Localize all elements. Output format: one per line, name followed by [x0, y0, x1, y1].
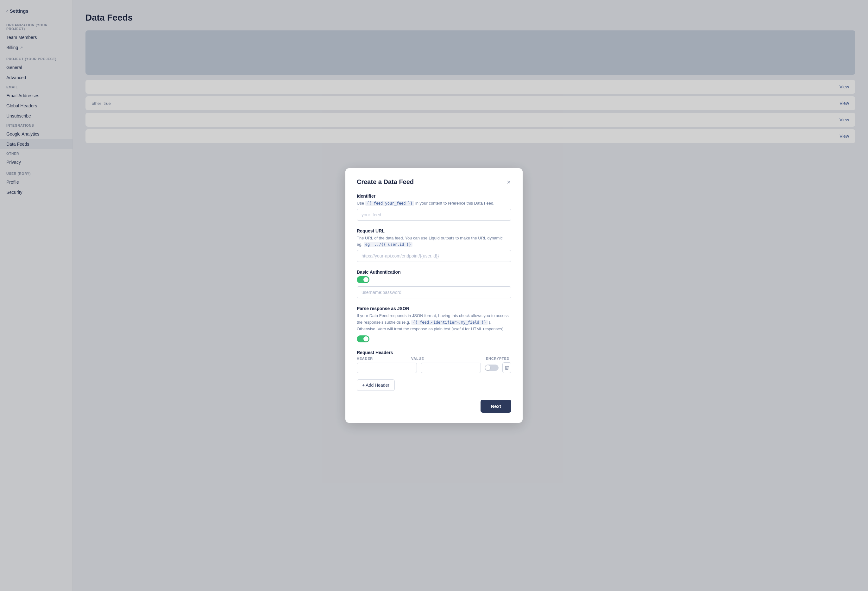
modal-title: Create a Data Feed	[357, 178, 414, 186]
request-headers-label: Request Headers	[357, 350, 511, 355]
header-col-encrypted: ENCRYPTED	[486, 357, 511, 361]
parse-json-section: Parse response as JSON If your Data Feed…	[357, 306, 511, 342]
basic-auth-toggle[interactable]	[357, 276, 369, 283]
modal-footer: Next	[357, 400, 511, 413]
parse-json-description: If your Data Feed responds in JSON forma…	[357, 313, 511, 332]
trash-icon	[504, 365, 509, 370]
modal-overlay[interactable]: Create a Data Feed × Identifier Use {{ f…	[0, 0, 868, 591]
parse-json-toggle-row	[357, 335, 511, 342]
basic-auth-input[interactable]	[357, 286, 511, 298]
identifier-input[interactable]	[357, 209, 511, 221]
headers-column-labels: HEADER VALUE ENCRYPTED	[357, 357, 511, 361]
identifier-hint-code: {{ feed.your_feed }}	[365, 201, 414, 206]
identifier-section: Identifier Use {{ feed.your_feed }} in y…	[357, 194, 511, 221]
header-row	[357, 362, 511, 373]
create-data-feed-modal: Create a Data Feed × Identifier Use {{ f…	[345, 168, 523, 423]
header-encrypted-toggle[interactable]	[485, 365, 499, 371]
request-url-label: Request URL	[357, 228, 511, 233]
modal-header: Create a Data Feed ×	[357, 178, 511, 186]
basic-auth-section: Basic Authentication	[357, 269, 511, 298]
request-url-section: Request URL The URL of the data feed. Yo…	[357, 228, 511, 262]
header-col-header: HEADER	[357, 357, 407, 361]
basic-auth-label: Basic Authentication	[357, 269, 511, 275]
request-url-hint: The URL of the data feed. You can use Li…	[357, 235, 511, 247]
request-headers-section: Request Headers HEADER VALUE ENCRYPTED	[357, 350, 511, 373]
modal-close-button[interactable]: ×	[506, 178, 511, 186]
header-value-input[interactable]	[421, 363, 481, 373]
header-name-input[interactable]	[357, 363, 417, 373]
identifier-hint: Use {{ feed.your_feed }} in your content…	[357, 200, 511, 207]
header-delete-button[interactable]	[502, 362, 511, 373]
parse-json-label: Parse response as JSON	[357, 306, 511, 311]
parse-json-toggle[interactable]	[357, 335, 369, 342]
basic-auth-toggle-row	[357, 276, 511, 283]
request-url-example: eg. eg. ../{{ user.id }}	[357, 242, 412, 247]
header-col-value: VALUE	[411, 357, 482, 361]
request-url-input[interactable]	[357, 250, 511, 262]
add-header-button[interactable]: + Add Header	[357, 380, 395, 391]
identifier-label: Identifier	[357, 194, 511, 199]
next-button[interactable]: Next	[481, 400, 511, 413]
